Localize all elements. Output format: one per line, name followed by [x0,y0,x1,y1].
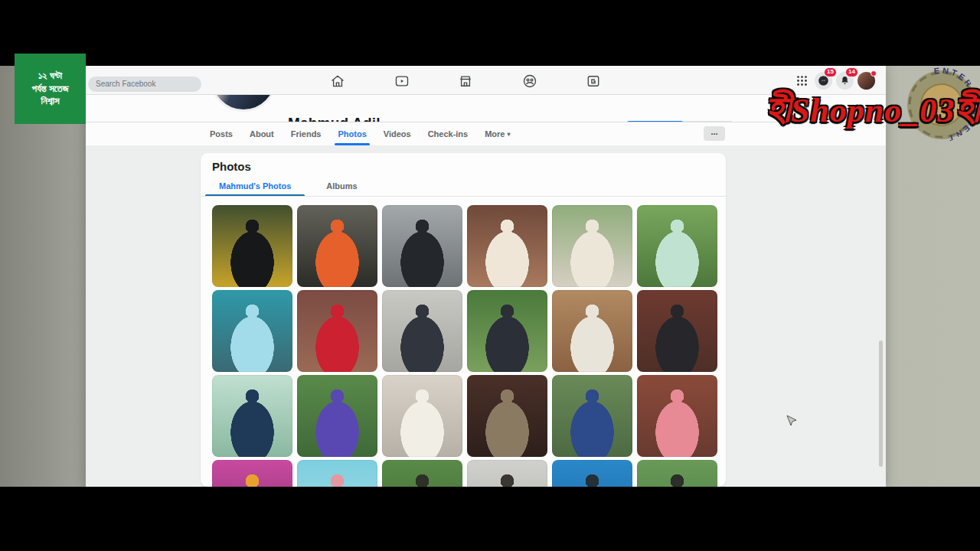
photo-thumbnail[interactable] [467,290,547,372]
groups-icon[interactable] [521,73,538,90]
gaming-icon[interactable] [585,73,602,90]
divider [201,196,726,197]
facebook-nav [329,73,602,90]
photo-thumbnail[interactable] [552,290,632,372]
watch-icon[interactable] [394,73,410,90]
photo-thumbnail[interactable] [637,205,717,287]
photo-thumbnail[interactable] [382,375,462,457]
photo-thumbnail[interactable] [297,290,377,372]
notifications-badge: 14 [845,67,858,77]
photo-thumbnail[interactable] [467,375,547,457]
home-icon[interactable] [329,73,346,90]
mouse-cursor [786,415,797,432]
watermark-left-flourish: হী [766,86,791,130]
photo-thumbnail[interactable] [212,375,292,457]
letterbox-bottom [0,487,980,551]
photo-thumbnail[interactable] [552,375,632,457]
photo-thumbnail[interactable] [637,460,717,487]
photo-thumbnail[interactable] [637,290,717,372]
photo-thumbnail[interactable] [467,460,547,487]
promo-line: ১২ ঘন্টা [38,70,62,83]
watermark: হীShopno_03হী [766,86,980,132]
watermark-text: Shopno_03 [791,92,955,129]
photo-thumbnail[interactable] [297,460,377,487]
subtab-mahmud-s-photos[interactable]: Mahmud's Photos [212,176,298,196]
photo-thumbnail[interactable] [382,460,462,487]
letterbox-top [0,0,980,66]
photo-thumbnail[interactable] [212,290,292,372]
messenger-badge: 15 [824,67,837,77]
promo-line: পর্যন্ত সতেজ [32,83,69,96]
photo-thumbnail[interactable] [297,375,377,457]
search-input[interactable]: Search Facebook [88,77,201,92]
photo-thumbnail[interactable] [382,290,462,372]
photos-subtabs: Mahmud's PhotosAlbums [212,176,364,196]
tab-photos[interactable]: Photos [338,122,366,145]
photo-thumbnail[interactable] [552,460,632,487]
photos-card-title: Photos [212,160,251,173]
tab-videos[interactable]: Videos [384,122,411,145]
promo-line: নিশ্বাস [41,95,60,108]
photo-thumbnail[interactable] [552,205,632,287]
page-body: Photos Mahmud's PhotosAlbums ⤢ [86,145,886,487]
photo-thumbnail[interactable] [637,375,717,457]
photo-thumbnail[interactable] [297,205,377,287]
subtab-albums[interactable]: Albums [319,176,364,196]
photos-card: Photos Mahmud's PhotosAlbums [201,153,726,487]
tab-about[interactable]: About [250,122,274,145]
tab-posts[interactable]: Posts [210,122,233,145]
tab-check-ins[interactable]: Check-ins [428,122,469,145]
tab-more[interactable]: More▾ [485,122,510,145]
watermark-right-flourish: হী [955,86,980,130]
more-options-button[interactable]: ... [704,126,725,141]
marketplace-icon[interactable] [457,73,474,90]
promo-badge: ১২ ঘন্টা পর্যন্ত সতেজ নিশ্বাস [15,54,86,124]
chevron-down-icon: ▾ [507,131,510,138]
vertical-scrollbar[interactable] [879,341,883,467]
tab-friends[interactable]: Friends [291,122,322,145]
photo-thumbnail[interactable] [212,205,292,287]
profile-tabs: PostsAboutFriendsPhotosVideosCheck-insMo… [210,122,511,145]
photo-thumbnail[interactable] [467,205,547,287]
photo-thumbnail[interactable] [382,205,462,287]
account-status-dot [871,70,877,77]
photo-thumbnail[interactable] [212,460,292,487]
photo-grid [212,205,717,487]
